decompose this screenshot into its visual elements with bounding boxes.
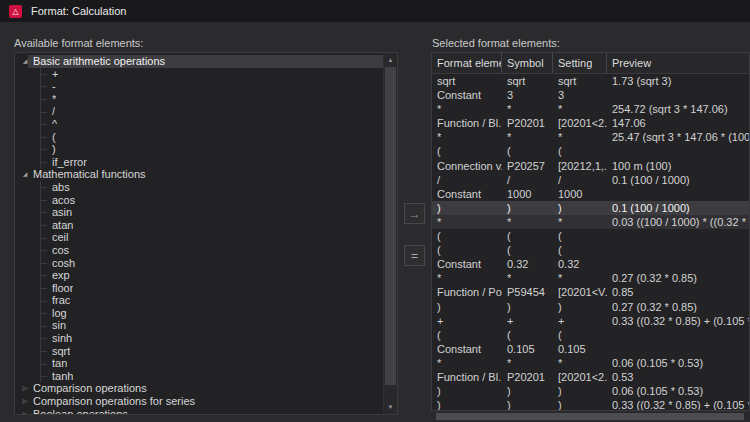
cell-element: /	[432, 173, 502, 187]
cell-symbol: P20257	[502, 159, 553, 173]
table-row[interactable]: Constant0.1050.105	[432, 342, 749, 356]
cell-element: (	[432, 144, 502, 158]
table-row[interactable]: ***0.06 (0.105 * 0.53)	[432, 356, 749, 370]
tree-item-label: Comparison operations	[33, 382, 147, 395]
scroll-down-icon[interactable]: ▼	[384, 401, 397, 413]
table-row[interactable]: (((	[432, 229, 749, 243]
tree-item-operator[interactable]: )	[15, 143, 384, 156]
table-row[interactable]: Function / Bl...P20201[20201<2...147.06	[432, 116, 749, 130]
cell-setting: /	[553, 173, 607, 187]
cell-symbol: 3	[502, 88, 553, 102]
table-row[interactable]: Constant10001000	[432, 187, 749, 201]
scroll-up-icon[interactable]: ▲	[384, 54, 397, 66]
tree-item-operator[interactable]: (	[15, 131, 384, 144]
column-header-format-eleme[interactable]: Format eleme...	[432, 53, 502, 73]
tree-item-operator[interactable]: +	[15, 68, 384, 81]
column-header-preview[interactable]: Preview	[607, 53, 749, 73]
cell-element: )	[432, 398, 502, 410]
column-header-symbol[interactable]: Symbol	[502, 53, 553, 73]
table-row[interactable]: ***0.27 (0.32 * 0.85)	[432, 271, 749, 285]
tree-item-ceil[interactable]: ceil	[15, 231, 384, 244]
table-row[interactable]: Constant0.320.32	[432, 257, 749, 271]
cell-symbol: *	[502, 215, 553, 229]
table-row[interactable]: )))0.06 (0.105 * 0.53)	[432, 384, 749, 398]
insert-element-button[interactable]: →	[404, 203, 425, 224]
table-row[interactable]: ***0.03 ((100 / 1000) * ((0.32 * 0.85) +…	[432, 215, 749, 229]
scrollbar-thumb[interactable]	[385, 67, 396, 385]
expand-icon[interactable]: ◢	[20, 55, 30, 68]
table-row[interactable]: (((	[432, 328, 749, 342]
cell-preview: 0.27 (0.32 * 0.85)	[607, 300, 749, 314]
cell-setting: [20212,1,...	[553, 159, 607, 173]
cell-element: Function / Po...	[432, 285, 502, 299]
table-row[interactable]: )))0.33 ((0.32 * 0.85) + (0.105 * 0.53))	[432, 398, 749, 410]
tree-item-log[interactable]: log	[15, 307, 384, 320]
table-row[interactable]: ***25.47 (sqrt 3 * 147.06 * (100 / 1000)…	[432, 130, 749, 144]
tree-item-label: ceil	[52, 231, 69, 244]
table-row[interactable]: sqrtsqrtsqrt1.73 (sqrt 3)	[432, 74, 749, 88]
tree-item-sinh[interactable]: sinh	[15, 332, 384, 345]
table-row[interactable]: ***254.72 (sqrt 3 * 147.06)	[432, 102, 749, 116]
window-title: Format: Calculation	[31, 5, 126, 17]
tree-item-operator[interactable]: ^	[15, 118, 384, 131]
cell-setting: (	[553, 144, 607, 158]
tree-item-acos[interactable]: acos	[15, 194, 384, 207]
tree-item-frac[interactable]: frac	[15, 294, 384, 307]
tree-item-sqrt[interactable]: sqrt	[15, 345, 384, 358]
cell-symbol: )	[502, 384, 553, 398]
table-row[interactable]: )))0.27 (0.32 * 0.85)	[432, 300, 749, 314]
table-row[interactable]: +++0.33 ((0.32 * 0.85) + (0.105 * 0.53))	[432, 314, 749, 328]
expand-icon[interactable]: ◢	[20, 168, 30, 181]
title-bar: △ Format: Calculation	[0, 0, 750, 22]
collapse-icon[interactable]: ▷	[20, 382, 30, 395]
cell-element: sqrt	[432, 74, 502, 88]
tree-item-exp[interactable]: exp	[15, 269, 384, 282]
tree-item-comparison-operations[interactable]: ▷Comparison operations	[15, 382, 384, 395]
collapse-icon[interactable]: ▷	[20, 408, 30, 414]
cell-preview	[607, 342, 749, 356]
equals-button[interactable]: =	[404, 245, 425, 266]
tree-item-if-error[interactable]: if_error	[15, 156, 384, 169]
tree-item-operator[interactable]: *	[15, 93, 384, 106]
collapse-icon[interactable]: ▷	[20, 395, 30, 408]
cell-preview: 0.33 ((0.32 * 0.85) + (0.105 * 0.53))	[607, 398, 749, 410]
cell-preview: 254.72 (sqrt 3 * 147.06)	[607, 102, 749, 116]
tree-item-tan[interactable]: tan	[15, 357, 384, 370]
table-row[interactable]: (((	[432, 243, 749, 257]
cell-setting: (	[553, 243, 607, 257]
column-header-setting[interactable]: Setting	[553, 53, 607, 73]
tree-vertical-scrollbar[interactable]: ▲ ▼	[383, 53, 397, 414]
tree-item-mathematical-functions[interactable]: ◢Mathematical functions	[15, 168, 384, 181]
tree-item-operator[interactable]: -	[15, 80, 384, 93]
tree-item-asin[interactable]: asin	[15, 206, 384, 219]
cell-symbol: *	[502, 271, 553, 285]
table-horizontal-scrollbar[interactable]	[431, 412, 750, 421]
cell-element: Constant	[432, 257, 502, 271]
scrollbar-thumb[interactable]	[436, 413, 744, 420]
tree-item-tanh[interactable]: tanh	[15, 370, 384, 383]
tree-item-boolean-operations[interactable]: ▷Boolean operations	[15, 408, 384, 414]
tree-item-basic-arithmetic-operations[interactable]: ◢Basic arithmetic operations	[15, 55, 384, 68]
tree-item-floor[interactable]: floor	[15, 282, 384, 295]
tree-item-abs[interactable]: abs	[15, 181, 384, 194]
tree-item-label: )	[52, 143, 56, 156]
table-row[interactable]: ///0.1 (100 / 1000)	[432, 173, 749, 187]
tree-item-cosh[interactable]: cosh	[15, 257, 384, 270]
tree-item-operator[interactable]: /	[15, 105, 384, 118]
table-row[interactable]: )))0.1 (100 / 1000)	[432, 201, 749, 215]
cell-element: *	[432, 356, 502, 370]
table-row[interactable]: Constant33	[432, 88, 749, 102]
table-row[interactable]: (((	[432, 144, 749, 158]
tree-item-atan[interactable]: atan	[15, 219, 384, 232]
cell-element: *	[432, 130, 502, 144]
table-row[interactable]: Connection v...P20257[20212,1,...100 m (…	[432, 159, 749, 173]
cell-preview: 0.1 (100 / 1000)	[607, 173, 749, 187]
table-row[interactable]: Function / Bl...P20201[20201<2...0.53	[432, 370, 749, 384]
tree-item-comparison-operations-for-series[interactable]: ▷Comparison operations for series	[15, 395, 384, 408]
tree-item-cos[interactable]: cos	[15, 244, 384, 257]
tree-item-sin[interactable]: sin	[15, 319, 384, 332]
table-row[interactable]: Function / Po...P59454[20201<V...0.85	[432, 285, 749, 299]
cell-element: (	[432, 243, 502, 257]
cell-element: *	[432, 215, 502, 229]
cell-setting: )	[553, 201, 607, 215]
